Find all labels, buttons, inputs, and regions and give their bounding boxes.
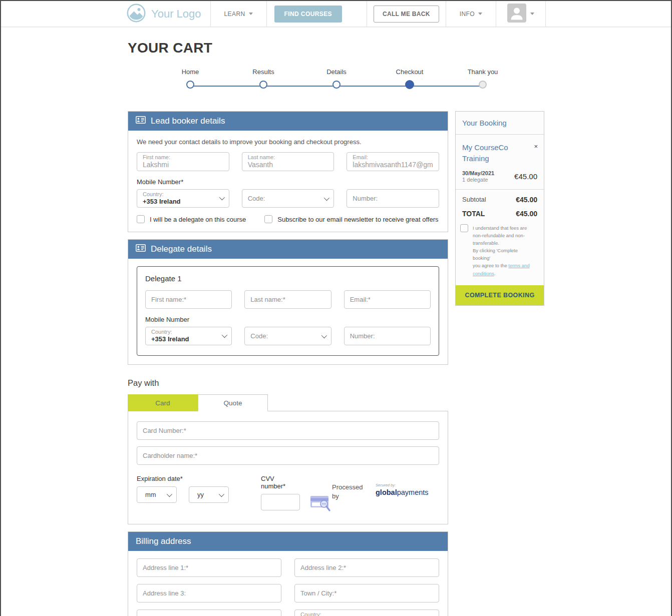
- checkbox-label: Subscribe to our email newsletter to rec…: [277, 216, 438, 223]
- svg-text:***: ***: [322, 502, 326, 506]
- address-line-2-input[interactable]: [294, 558, 439, 577]
- card-number-input[interactable]: [137, 421, 439, 440]
- tab-card[interactable]: Card: [128, 394, 198, 411]
- select-label: Code:: [248, 195, 265, 202]
- page: Your Logo LEARN FIND COURSES CALL ME BAC…: [0, 0, 672, 616]
- expiration-date-label: Expiration date*: [137, 475, 229, 482]
- delegate-1-card: Delegate 1 Mobile Number Country:: [137, 266, 439, 356]
- lead-number-input[interactable]: [347, 189, 439, 208]
- expiration-group: Expiration date* mm yy: [137, 475, 229, 510]
- town-city-input[interactable]: [294, 584, 439, 602]
- logo[interactable]: Your Logo: [126, 1, 210, 27]
- cardholder-name-input[interactable]: [137, 446, 439, 465]
- step-circle-active[interactable]: [405, 80, 414, 89]
- field-value: lakshmivasanth1147@gma: [353, 161, 433, 169]
- county-select[interactable]: County:: [137, 609, 281, 616]
- step-home[interactable]: Home: [158, 68, 223, 89]
- newsletter-checkbox[interactable]: [264, 215, 272, 223]
- lead-country-select[interactable]: Country: +353 Ireland: [137, 189, 229, 208]
- chevron-down-icon: [324, 195, 329, 200]
- nav-info-menu[interactable]: INFO: [446, 1, 496, 27]
- processed-by-block: Processed by Secured by: globalpayments: [332, 483, 429, 510]
- processed-by-label: Processed by: [332, 483, 368, 510]
- page-title: YOUR CART: [128, 40, 544, 56]
- step-details[interactable]: Details: [304, 68, 369, 89]
- step-results[interactable]: Results: [231, 68, 296, 89]
- complete-booking-button[interactable]: COMPLETE BOOKING: [456, 285, 544, 305]
- delegate-count: 1 delegate: [462, 177, 494, 183]
- nav-learn-menu[interactable]: LEARN: [211, 1, 266, 27]
- mobile-number-label: Mobile Number: [145, 316, 431, 323]
- chevron-down-icon: [530, 13, 534, 15]
- delegate-1-title: Delegate 1: [145, 274, 431, 283]
- total-value: €45.00: [516, 210, 537, 218]
- delegate-code-select[interactable]: Code:: [244, 327, 331, 345]
- select-value: +353 Ireland: [151, 335, 189, 343]
- lead-email-field: Email: lakshmivasanth1147@gma: [347, 152, 439, 171]
- newsletter-checkbox-row: Subscribe to our email newsletter to rec…: [264, 215, 438, 223]
- billing-country-select[interactable]: Country: Ireland: [294, 609, 439, 616]
- i-will-be-delegate-checkbox[interactable]: [137, 215, 145, 223]
- nav-info-label: INFO: [460, 11, 475, 18]
- address-line-3-input[interactable]: [137, 584, 281, 602]
- delegate-country-select[interactable]: Country: +353 Ireland: [145, 327, 232, 345]
- delegate-checkbox-row: I will be a delegate on this course: [137, 215, 246, 223]
- cvv-help-icon: ***: [310, 493, 332, 514]
- select-label: Country:: [143, 191, 181, 197]
- terms-line: .: [494, 271, 496, 276]
- expiry-month-select[interactable]: mm: [137, 486, 177, 503]
- lead-code-select[interactable]: Code:: [242, 189, 334, 208]
- delegate-last-name-input[interactable]: [244, 290, 331, 309]
- step-circle[interactable]: [259, 81, 267, 89]
- account-menu[interactable]: [496, 1, 545, 27]
- remove-item-icon[interactable]: ×: [534, 143, 538, 150]
- expiry-year-select[interactable]: yy: [189, 486, 229, 503]
- select-label: Country:: [300, 611, 322, 616]
- address-line-1-input[interactable]: [137, 558, 281, 577]
- total-row: TOTAL €45.00: [456, 204, 544, 218]
- divider: [545, 1, 546, 27]
- call-me-back-button[interactable]: CALL ME BACK: [374, 6, 439, 23]
- id-card-icon: [136, 244, 146, 254]
- select-value: mm: [145, 491, 156, 498]
- find-courses-button[interactable]: FIND COURSES: [274, 6, 342, 23]
- step-circle[interactable]: [332, 81, 341, 89]
- subtotal-value: €45.00: [516, 196, 537, 204]
- terms-line: By clicking 'Complete booking': [473, 247, 533, 262]
- chevron-down-icon: [321, 332, 326, 338]
- chevron-down-icon: [167, 491, 172, 496]
- step-label: Details: [304, 68, 369, 76]
- course-name: My CourseCo Training: [462, 142, 521, 164]
- step-label: Results: [231, 68, 296, 76]
- step-thank-you[interactable]: Thank you: [450, 68, 515, 89]
- step-circle[interactable]: [186, 81, 194, 89]
- step-checkout[interactable]: Checkout: [377, 68, 442, 89]
- step-circle[interactable]: [479, 81, 487, 89]
- globalpayments-logo: Secured by: globalpayments: [376, 483, 429, 510]
- chevron-down-icon: [219, 491, 224, 496]
- booking-item: My CourseCo Training × 30/May/2021 1 del…: [456, 135, 544, 190]
- your-booking-title: Your Booking: [456, 112, 544, 135]
- chevron-down-icon: [222, 332, 227, 338]
- delegate-first-name-input[interactable]: [145, 290, 232, 309]
- section-title: Delegate details: [151, 244, 212, 254]
- checkout-progress-stepper: Home Results Details Checkout Thank you: [128, 68, 544, 101]
- section-title: Lead booker details: [151, 116, 225, 126]
- field-label: First name:: [143, 154, 223, 160]
- delegate-email-input[interactable]: [344, 290, 431, 309]
- card-payment-panel: Expiration date* mm yy: [128, 411, 448, 524]
- provider-name-rest: payments: [397, 488, 429, 496]
- tab-quote[interactable]: Quote: [198, 394, 268, 411]
- field-value: Vasanth: [248, 161, 328, 169]
- lead-first-name-field: First name: Lakshmi: [137, 152, 229, 171]
- pay-with-heading: Pay with: [128, 378, 448, 388]
- step-label: Thank you: [450, 68, 515, 76]
- delegate-number-input[interactable]: [344, 327, 431, 345]
- terms-line: I understand that fees are non-refundabl…: [473, 224, 533, 247]
- nav-learn-label: LEARN: [224, 11, 245, 18]
- terms-checkbox[interactable]: [460, 224, 468, 232]
- cvv-input[interactable]: [261, 494, 300, 510]
- field-label: Email:: [353, 154, 433, 160]
- terms-line: you agree to the: [473, 263, 508, 268]
- cvv-group: CVV number*: [261, 475, 300, 510]
